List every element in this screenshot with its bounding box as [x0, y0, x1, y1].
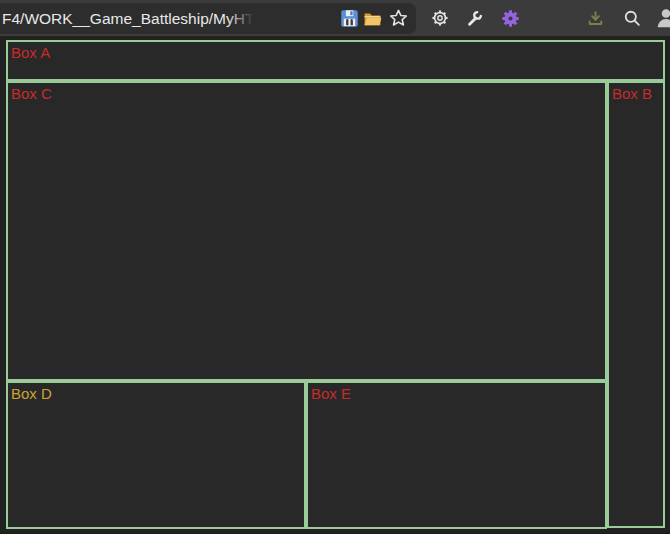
box-b: Box B	[607, 81, 665, 528]
box-d: Box D	[6, 381, 306, 529]
box-e: Box E	[306, 381, 607, 529]
browser-window: F4/WORK__Game_Battleship/MyHTML5/Config	[0, 0, 670, 534]
box-d-label: Box D	[8, 383, 304, 403]
browser-toolbar: F4/WORK__Game_Battleship/MyHTML5/Config	[0, 0, 670, 37]
url-fade-overlay	[228, 5, 260, 32]
bookmark-star-icon[interactable]	[387, 7, 409, 29]
extension-gear-icon[interactable]	[499, 7, 521, 29]
box-a-label: Box A	[8, 42, 663, 62]
page-content: Box A Box C Box B Box D Box E	[0, 37, 670, 533]
box-c: Box C	[6, 81, 607, 381]
box-a: Box A	[6, 40, 665, 81]
address-bar[interactable]: F4/WORK__Game_Battleship/MyHTML5/Config	[0, 3, 416, 34]
account-avatar-icon[interactable]	[654, 6, 670, 32]
developer-wrench-icon[interactable]	[464, 7, 486, 29]
address-bar-url[interactable]: F4/WORK__Game_Battleship/MyHTML5/Config	[2, 3, 260, 34]
box-e-label: Box E	[308, 383, 605, 403]
box-b-label: Box B	[609, 83, 663, 103]
settings-gear-icon[interactable]	[429, 7, 451, 29]
download-icon[interactable]	[584, 7, 606, 29]
search-icon[interactable]	[621, 7, 643, 29]
box-c-label: Box C	[8, 83, 605, 103]
save-page-icon[interactable]	[338, 7, 360, 29]
downloads-folder-icon[interactable]	[361, 7, 383, 29]
